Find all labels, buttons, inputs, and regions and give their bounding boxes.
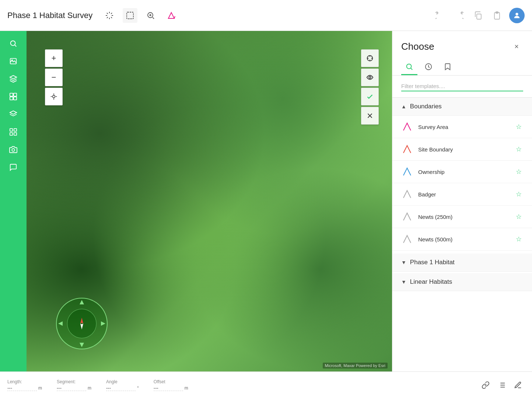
survey-area-label: Survey Area <box>418 124 514 130</box>
ownership-star[interactable]: ☆ <box>514 166 523 177</box>
filter-input[interactable] <box>401 81 523 91</box>
bottom-bar: Length: --- m Segment: --- m Angle --- °… <box>0 371 532 398</box>
tab-recent[interactable] <box>420 59 437 75</box>
length-field: Length: --- m <box>7 379 42 391</box>
top-toolbar: Phase 1 Habitat Survey <box>0 0 532 31</box>
zoom-out-button[interactable]: − <box>45 69 63 86</box>
linear-chevron: ▼ <box>401 279 406 285</box>
sidebar-camera-button[interactable] <box>5 142 21 158</box>
template-list: ▲ Boundaries Survey Area ☆ <box>392 98 532 371</box>
template-item-newts-250[interactable]: Newts (250m) ☆ <box>392 206 532 228</box>
template-item-newts-500[interactable]: Newts (500m) ☆ <box>392 228 532 251</box>
svg-point-18 <box>53 95 55 98</box>
site-boundary-icon <box>401 143 413 155</box>
category-phase1-habitat[interactable]: ▼ Phase 1 Habitat <box>392 254 532 272</box>
list-tool-button[interactable] <box>495 378 508 392</box>
locate-button[interactable] <box>45 88 63 105</box>
sidebar-image-button[interactable] <box>5 53 21 69</box>
check-button[interactable] <box>361 88 379 105</box>
svg-rect-11 <box>10 97 13 100</box>
boundaries-label: Boundaries <box>410 103 442 110</box>
offset-value: --- <box>154 385 183 391</box>
choose-panel: Choose × <box>392 31 532 371</box>
svg-rect-13 <box>10 129 13 131</box>
svg-rect-2 <box>477 14 481 19</box>
track-button[interactable] <box>361 69 379 86</box>
sidebar-stack-button[interactable] <box>5 106 21 122</box>
redo-button[interactable] <box>452 8 466 23</box>
angle-unit: ° <box>137 385 139 391</box>
template-item-survey-area[interactable]: Survey Area ☆ <box>392 116 532 138</box>
paste-button[interactable] <box>490 8 505 23</box>
map-attribution: Microsoft, Maxar Powered by Esri <box>323 363 388 369</box>
sidebar-search-button[interactable] <box>5 35 21 52</box>
compass-inner <box>67 309 97 338</box>
svg-rect-10 <box>14 93 17 96</box>
move-tool-button[interactable] <box>102 8 117 23</box>
select-tool-button[interactable] <box>123 8 137 23</box>
svg-marker-21 <box>80 318 83 324</box>
svg-point-17 <box>12 149 14 151</box>
ownership-icon <box>401 166 413 178</box>
svg-rect-12 <box>14 97 17 100</box>
template-item-badger[interactable]: Badger ☆ <box>392 183 532 206</box>
offset-unit: m <box>185 385 188 391</box>
cancel-map-button[interactable] <box>361 107 379 125</box>
sidebar-grid-button[interactable] <box>5 124 21 140</box>
zoom-in-button[interactable]: + <box>45 49 63 67</box>
svg-rect-0 <box>127 12 133 19</box>
map-zoom-controls: + − <box>45 49 63 107</box>
map-container[interactable]: + − <box>27 31 392 371</box>
newts-250-icon <box>401 211 413 223</box>
template-item-site-boundary[interactable]: Site Boundary ☆ <box>392 138 532 161</box>
compass-north-arrow <box>80 300 84 304</box>
category-boundaries[interactable]: ▲ Boundaries <box>392 98 532 116</box>
segment-label: Segment: <box>57 379 91 384</box>
newts-500-star[interactable]: ☆ <box>514 234 523 245</box>
sidebar-map-button[interactable] <box>5 88 21 105</box>
badger-star[interactable]: ☆ <box>514 189 523 200</box>
svg-rect-15 <box>10 133 13 135</box>
badger-label: Badger <box>418 191 514 198</box>
link-tool-button[interactable] <box>479 378 492 392</box>
badger-icon <box>401 188 413 200</box>
sidebar-layers-button[interactable] <box>5 71 21 87</box>
phase1-label: Phase 1 Habitat <box>410 259 455 266</box>
bottom-right-tools <box>479 378 525 392</box>
undo-button[interactable] <box>433 8 447 23</box>
category-linear-habitats[interactable]: ▼ Linear Habitats <box>392 273 532 291</box>
site-boundary-star[interactable]: ☆ <box>514 144 523 155</box>
newts-500-label: Newts (500m) <box>418 236 514 242</box>
newts-250-star[interactable]: ☆ <box>514 211 523 222</box>
avatar[interactable] <box>509 8 525 23</box>
zoom-tool-button[interactable] <box>143 8 158 23</box>
compass-west-arrow <box>58 321 63 326</box>
compass[interactable] <box>56 298 108 349</box>
template-item-ownership[interactable]: Ownership ☆ <box>392 161 532 183</box>
edit-tool-button[interactable] <box>511 378 525 392</box>
compass-east-arrow <box>101 321 105 326</box>
polygon-tool-button[interactable] <box>164 8 179 23</box>
close-panel-button[interactable]: × <box>510 40 523 53</box>
newts-250-label: Newts (250m) <box>418 214 514 220</box>
angle-label: Angle <box>106 379 139 384</box>
filter-section <box>392 76 532 98</box>
main-layout: + − <box>0 31 532 371</box>
crosshair-button[interactable] <box>361 49 379 67</box>
tab-bookmarks[interactable] <box>440 59 456 75</box>
survey-area-icon <box>401 121 413 133</box>
compass-south-arrow <box>80 343 84 347</box>
svg-rect-9 <box>10 93 13 96</box>
segment-value: --- <box>57 385 86 391</box>
tab-search[interactable] <box>401 59 417 75</box>
length-label: Length: <box>7 379 42 384</box>
segment-unit: m <box>88 385 91 391</box>
left-sidebar <box>0 31 27 371</box>
choose-title: Choose <box>401 41 434 52</box>
svg-point-8 <box>11 60 13 61</box>
choose-tabs <box>392 59 532 76</box>
survey-area-star[interactable]: ☆ <box>514 121 523 132</box>
sidebar-chat-button[interactable] <box>5 159 21 175</box>
copy-button[interactable] <box>471 8 486 23</box>
linear-habitats-label: Linear Habitats <box>410 278 452 286</box>
